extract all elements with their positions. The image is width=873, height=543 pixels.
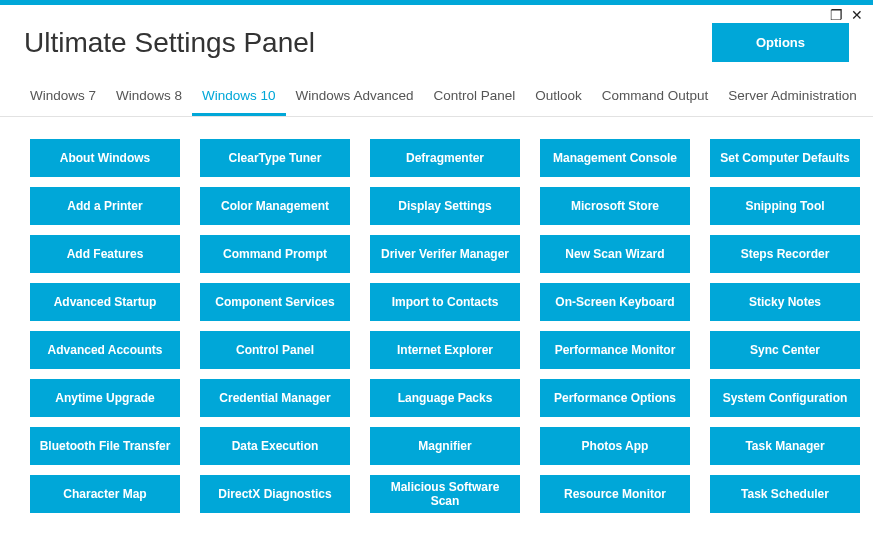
tile-malicious-software-scan[interactable]: Malicious Software Scan (370, 475, 520, 513)
tile-data-execution[interactable]: Data Execution (200, 427, 350, 465)
close-icon[interactable]: ✕ (851, 8, 863, 22)
tile-snipping-tool[interactable]: Snipping Tool (710, 187, 860, 225)
tile-steps-recorder[interactable]: Steps Recorder (710, 235, 860, 273)
tile-sticky-notes[interactable]: Sticky Notes (710, 283, 860, 321)
tab-command-output[interactable]: Command Output (592, 80, 719, 116)
tile-display-settings[interactable]: Display Settings (370, 187, 520, 225)
tile-system-configuration[interactable]: System Configuration (710, 379, 860, 417)
tile-grid: About WindowsClearType TunerDefragmenter… (0, 117, 873, 531)
page-title: Ultimate Settings Panel (24, 27, 315, 59)
tile-component-services[interactable]: Component Services (200, 283, 350, 321)
tile-photos-app[interactable]: Photos App (540, 427, 690, 465)
tile-import-to-contacts[interactable]: Import to Contacts (370, 283, 520, 321)
tile-language-packs[interactable]: Language Packs (370, 379, 520, 417)
tab-powershell[interactable]: Powershell (867, 80, 873, 116)
tile-bluetooth-file-transfer[interactable]: Bluetooth File Transfer (30, 427, 180, 465)
options-button[interactable]: Options (712, 23, 849, 62)
tile-about-windows[interactable]: About Windows (30, 139, 180, 177)
tab-outlook[interactable]: Outlook (525, 80, 592, 116)
tile-add-features[interactable]: Add Features (30, 235, 180, 273)
tile-color-management[interactable]: Color Management (200, 187, 350, 225)
header: Ultimate Settings Panel Options (0, 5, 873, 74)
tile-control-panel[interactable]: Control Panel (200, 331, 350, 369)
tab-server-administration[interactable]: Server Administration (718, 80, 866, 116)
tab-bar: Windows 7Windows 8Windows 10Windows Adva… (0, 80, 873, 117)
tile-microsoft-store[interactable]: Microsoft Store (540, 187, 690, 225)
tab-windows-10[interactable]: Windows 10 (192, 80, 286, 116)
tile-character-map[interactable]: Character Map (30, 475, 180, 513)
tab-windows-8[interactable]: Windows 8 (106, 80, 192, 116)
tile-task-manager[interactable]: Task Manager (710, 427, 860, 465)
restore-icon[interactable]: ❐ (830, 8, 843, 22)
window-controls: ❐ ✕ (830, 8, 863, 22)
tile-advanced-startup[interactable]: Advanced Startup (30, 283, 180, 321)
tab-control-panel[interactable]: Control Panel (423, 80, 525, 116)
tile-management-console[interactable]: Management Console (540, 139, 690, 177)
tile-cleartype-tuner[interactable]: ClearType Tuner (200, 139, 350, 177)
tile-new-scan-wizard[interactable]: New Scan Wizard (540, 235, 690, 273)
tile-performance-options[interactable]: Performance Options (540, 379, 690, 417)
tile-internet-explorer[interactable]: Internet Explorer (370, 331, 520, 369)
tile-magnifier[interactable]: Magnifier (370, 427, 520, 465)
tile-resource-monitor[interactable]: Resource Monitor (540, 475, 690, 513)
tile-anytime-upgrade[interactable]: Anytime Upgrade (30, 379, 180, 417)
tile-add-a-printer[interactable]: Add a Printer (30, 187, 180, 225)
tile-performance-monitor[interactable]: Performance Monitor (540, 331, 690, 369)
tile-command-prompt[interactable]: Command Prompt (200, 235, 350, 273)
tab-windows-advanced[interactable]: Windows Advanced (286, 80, 424, 116)
tile-sync-center[interactable]: Sync Center (710, 331, 860, 369)
tile-driver-verifer-manager[interactable]: Driver Verifer Manager (370, 235, 520, 273)
tile-advanced-accounts[interactable]: Advanced Accounts (30, 331, 180, 369)
tile-set-computer-defaults[interactable]: Set Computer Defaults (710, 139, 860, 177)
tab-windows-7[interactable]: Windows 7 (20, 80, 106, 116)
tile-directx-diagnostics[interactable]: DirectX Diagnostics (200, 475, 350, 513)
tile-task-scheduler[interactable]: Task Scheduler (710, 475, 860, 513)
tile-defragmenter[interactable]: Defragmenter (370, 139, 520, 177)
tile-credential-manager[interactable]: Credential Manager (200, 379, 350, 417)
tile-on-screen-keyboard[interactable]: On-Screen Keyboard (540, 283, 690, 321)
